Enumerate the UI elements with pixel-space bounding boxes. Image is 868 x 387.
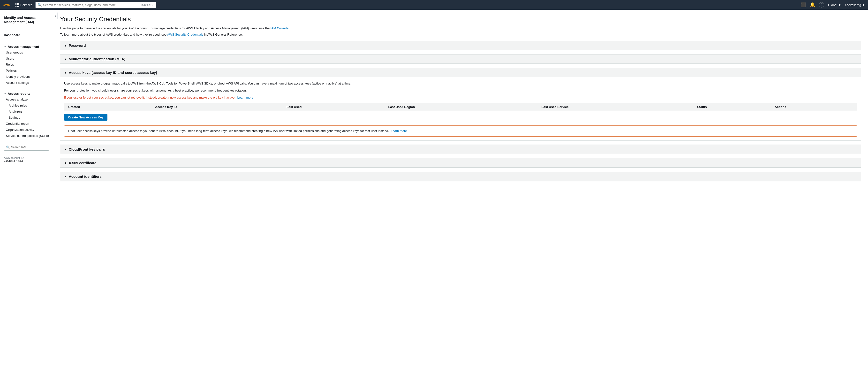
chevron-right-icon-mfa: ▲ [64,58,67,61]
sidebar-item-organization-activity[interactable]: Organization activity [0,127,53,133]
page-title: Your Security Credentials [60,16,861,23]
col-actions: Actions [771,103,857,111]
sidebar-item-archive-rules[interactable]: Archive rules [0,102,53,109]
account-id-label: AWS account ID: [4,156,49,159]
sidebar-search-icon: 🔍 [6,146,10,149]
sidebar-item-dashboard[interactable]: Dashboard [0,32,53,39]
col-status: Status [693,103,771,111]
sidebar-item-identity-providers[interactable]: Identity providers [0,73,53,80]
cloudfront-label: CloudFront key pairs [69,147,105,151]
svg-text:aws: aws [3,3,10,6]
chevron-up-icon-ai: ▲ [64,175,67,178]
account-id-value: 745186179064 [4,159,49,163]
sidebar-title: Identity and Access Management (IAM) [0,13,53,28]
services-menu-button[interactable]: Services [16,3,32,7]
search-shortcut: [Option+S] [142,3,154,6]
access-key-orange-text: If you lose or forget your secret key, y… [64,96,236,99]
chevron-right-icon: ▲ [64,44,67,47]
sidebar-item-user-groups[interactable]: User groups [0,50,53,56]
x509-label: X.509 certificate [69,161,96,165]
warning-text: Root user access keys provide unrestrict… [68,129,389,133]
chevron-down-icon-2: ▼ [4,92,6,95]
desc2-text: To learn more about the types of AWS cre… [60,33,166,36]
topnav-right: ⬛ 🔔 ? Global ▼ chevalierpg ▼ [801,2,865,7]
account-identifiers-label: Account identifiers [69,174,102,178]
sidebar-item-access-analyzer[interactable]: Access analyzer [0,96,53,102]
main-layout: Identity and Access Management (IAM) Das… [0,10,868,387]
password-section: ▲ Password [60,41,861,50]
chevron-down-icon-ak: ▼ [64,71,67,74]
sidebar-item-users[interactable]: Users [0,56,53,61]
warning-learn-more-link[interactable]: Learn more [391,129,407,133]
sidebar-section-label-access-reports: Access reports [8,92,30,95]
sidebar-item-account-settings[interactable]: Account settings [0,80,53,86]
sidebar-section-access-management[interactable]: ▼ Access management [0,43,53,50]
sidebar-section-access-reports[interactable]: ▼ Access reports [0,90,53,96]
password-section-header[interactable]: ▲ Password [60,41,861,50]
access-keys-table: Created Access Key ID Last Used Last Use… [64,103,857,111]
sidebar-collapse-button[interactable]: ◀ [53,12,58,19]
region-selector[interactable]: Global ▼ [828,3,841,7]
col-last-used: Last Used [283,103,384,111]
sidebar-search-input[interactable] [11,146,47,149]
terminal-icon[interactable]: ⬛ [801,3,806,7]
chevron-up-icon-cf: ▲ [64,148,67,151]
access-keys-body: Use access keys to make programmatic cal… [60,77,861,141]
mfa-label: Multi-factor authentication (MFA) [69,57,125,61]
iam-console-link[interactable]: IAM Console [271,26,288,30]
cloudfront-section-header[interactable]: ▲ CloudFront key pairs [60,145,861,154]
sidebar-section-label-access-management: Access management [8,45,39,49]
sidebar-item-scp[interactable]: Service control policies (SCPs) [0,133,53,139]
search-input[interactable] [43,3,140,7]
access-key-desc-1: Use access keys to make programmatic cal… [64,81,857,86]
sidebar-divider-2 [0,88,53,88]
sidebar-item-analyzers[interactable]: Analyzers [0,109,53,115]
col-access-key-id: Access Key ID [151,103,283,111]
grid-icon [16,3,19,7]
col-created: Created [64,103,151,111]
services-label: Services [20,3,32,7]
search-icon: 🔍 [37,3,42,7]
sidebar-item-policies[interactable]: Policies [0,67,53,73]
aws-logo[interactable]: aws [3,2,12,8]
sidebar-item-roles[interactable]: Roles [0,61,53,67]
access-keys-section-header[interactable]: ▼ Access keys (access key ID and secret … [60,68,861,77]
sidebar-search[interactable]: 🔍 [4,144,49,151]
access-keys-section: ▼ Access keys (access key ID and secret … [60,68,861,141]
user-menu[interactable]: chevalierpg ▼ [845,3,865,7]
main-content: Your Security Credentials Use this page … [53,10,868,387]
chevron-up-icon-x509: ▲ [64,161,67,164]
access-keys-table-wrapper: Created Access Key ID Last Used Last Use… [64,103,857,111]
mfa-section-header[interactable]: ▲ Multi-factor authentication (MFA) [60,55,861,64]
sidebar: Identity and Access Management (IAM) Das… [0,10,53,387]
sidebar-divider-3 [0,141,53,141]
sidebar-divider-top [0,30,53,30]
access-key-warning-box: Root user access keys provide unrestrict… [64,125,857,137]
top-navigation: aws Services 🔍 [Option+S] ⬛ 🔔 ? Global ▼… [0,0,868,10]
global-search[interactable]: 🔍 [Option+S] [35,2,156,8]
col-last-used-service: Last Used Service [538,103,693,111]
chevron-down-icon: ▼ [4,45,6,48]
security-credentials-link[interactable]: AWS Security Credentials [167,33,203,36]
account-identifiers-section: ▲ Account identifiers [60,172,861,181]
access-keys-label: Access keys (access key ID and secret ac… [69,70,157,75]
password-label: Password [69,43,86,48]
help-icon[interactable]: ? [819,2,824,7]
create-access-key-button[interactable]: Create New Access Key [64,114,107,121]
cloudfront-section: ▲ CloudFront key pairs [60,145,861,154]
x509-section: ▲ X.509 certificate [60,158,861,168]
desc1-end: . [289,26,290,30]
x509-section-header[interactable]: ▲ X.509 certificate [60,158,861,168]
access-key-desc-3: If you lose or forget your secret key, y… [64,95,857,100]
account-identifiers-section-header[interactable]: ▲ Account identifiers [60,172,861,181]
desc1-text: Use this page to manage the credentials … [60,26,270,30]
sidebar-item-settings[interactable]: Settings [0,115,53,121]
bell-icon[interactable]: 🔔 [810,3,815,7]
sidebar-item-credential-report[interactable]: Credential report [0,121,53,127]
col-last-used-region: Last Used Region [384,103,538,111]
page-desc-1: Use this page to manage the credentials … [60,26,861,31]
access-key-learn-more-link[interactable]: Learn more [238,96,253,99]
access-key-desc-2: For your protection, you should never sh… [64,88,857,93]
page-desc-2: To learn more about the types of AWS cre… [60,32,861,37]
sidebar-account-label: AWS account ID: 745186179064 [0,153,53,164]
